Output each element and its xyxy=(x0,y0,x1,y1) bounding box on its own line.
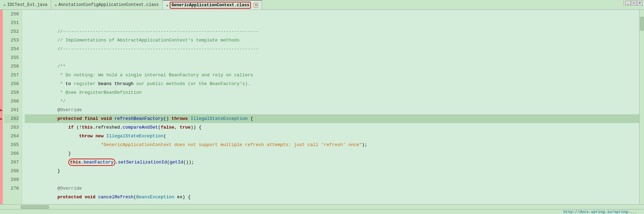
code-line-270: protected void cancelRefresh(BeansExcept… xyxy=(25,184,639,193)
line-num-262: 262 xyxy=(4,114,19,123)
line-num-260: 260 xyxy=(4,97,19,106)
code-area: ▶ ▶ 250 251 252 253 254 255 256 257 258 … xyxy=(0,10,644,204)
status-bar: http://docs.spring.io/spring-... xyxy=(0,209,644,214)
line-num-255: 255 xyxy=(4,53,19,62)
line-num-268: 268 xyxy=(4,167,19,175)
status-url[interactable]: http://docs.spring.io/spring-... xyxy=(564,210,644,214)
horizontal-scrollbar[interactable] xyxy=(0,204,644,209)
bottom-area: http://docs.spring.io/spring-... xyxy=(0,204,644,214)
code-line-268 xyxy=(25,167,639,175)
editor-container: _ □ × ☕ IOCTest_Ext.java ☕ AnnotationCon… xyxy=(0,0,644,214)
line-num-257: 257 xyxy=(4,71,19,79)
code-line-250 xyxy=(25,10,639,18)
line-num-254: 254 xyxy=(4,45,19,53)
arrow-262: ▶ xyxy=(0,114,3,123)
scrollbar-thumb-v[interactable] xyxy=(640,17,644,31)
code-line-256: * Do nothing: We hold a single internal … xyxy=(25,62,639,71)
line-numbers: 250 251 252 253 254 255 256 257 258 259 … xyxy=(3,10,22,204)
java-icon-2: ☕ xyxy=(55,2,57,7)
line-num-263: 263 xyxy=(4,123,19,132)
line-num-253: 253 xyxy=(4,36,19,45)
line-num-252: 252 xyxy=(4,27,19,36)
tab-label-2: AnnotationConfigApplicationContext.class xyxy=(58,2,159,7)
close-button[interactable]: × xyxy=(637,1,643,6)
code-line-251: //--------------------------------------… xyxy=(25,18,639,27)
tab-generic[interactable]: ☕ GenericApplicationContext.class × xyxy=(163,0,262,9)
tab-bar: ☕ IOCTest_Ext.java ☕ AnnotationConfigApp… xyxy=(0,0,644,10)
minimize-button[interactable]: _ xyxy=(625,1,631,6)
code-line-255: /** xyxy=(25,53,639,62)
line-num-251: 251 xyxy=(4,18,19,27)
line-num-250: 250 xyxy=(4,10,19,18)
line-num-267: 267 xyxy=(4,158,19,167)
tab-annotation[interactable]: ☕ AnnotationConfigApplicationContext.cla… xyxy=(51,0,163,9)
line-num-256: 256 xyxy=(4,62,19,71)
left-gutter-arrows: ▶ ▶ xyxy=(0,10,3,204)
maximize-button[interactable]: □ xyxy=(631,1,637,6)
code-line-266: this.beanFactory.setSerializationId(getI… xyxy=(25,149,639,158)
line-num-269: 269 xyxy=(4,175,19,184)
code-editor[interactable]: //--------------------------------------… xyxy=(22,10,639,204)
line-num-258: 258 xyxy=(4,79,19,88)
java-icon: ☕ xyxy=(3,2,6,7)
code-line-261: protected final void refreshBeanFactory(… xyxy=(25,106,639,114)
code-line-260: @Override xyxy=(25,97,639,106)
arrow-261: ▶ xyxy=(0,106,3,114)
scrollbar-thumb-h[interactable] xyxy=(21,205,49,209)
line-num-265: 265 xyxy=(4,140,19,149)
line-num-264: 264 xyxy=(4,132,19,140)
tab-label: IOCTest_Ext.java xyxy=(7,2,47,7)
line-num-261: 261 xyxy=(4,106,19,114)
tab-label-3: GenericApplicationContext.class xyxy=(170,2,251,9)
line-num-266: 266 xyxy=(4,149,19,158)
line-num-259: 259 xyxy=(4,88,19,97)
line-num-270: 270 xyxy=(4,184,19,193)
tab-close-button[interactable]: × xyxy=(254,3,258,8)
code-line-269: @Override xyxy=(25,175,639,184)
java-icon-3: ☕ xyxy=(166,3,169,7)
tab-ioctest[interactable]: ☕ IOCTest_Ext.java xyxy=(0,0,51,9)
vertical-scrollbar[interactable] xyxy=(639,10,644,204)
